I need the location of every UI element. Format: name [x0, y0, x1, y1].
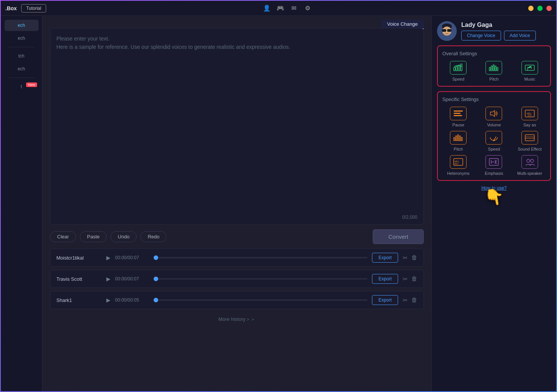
specific-settings-grid: Pause Volume	[442, 107, 546, 176]
overall-settings-grid: Speed Pitch	[442, 61, 546, 81]
svg-text:123: 123	[527, 114, 532, 117]
overall-speed-item[interactable]: Speed	[442, 61, 474, 81]
audio-name-2: Shark1	[56, 297, 102, 303]
change-voice-button[interactable]: Change Voice	[461, 31, 501, 40]
play-button-0[interactable]: ▶	[106, 255, 110, 261]
specific-speed-icon	[485, 131, 502, 145]
placeholder-line1: Please enter your text.	[56, 34, 417, 43]
overall-settings-title: Overall Settings	[442, 51, 546, 56]
specific-multispeaker-label: Multi-speaker	[517, 171, 542, 176]
convert-button[interactable]: Convert	[373, 229, 424, 244]
avatar-svg	[437, 21, 457, 41]
progress-dot-2	[154, 298, 158, 302]
sidebar-item-4[interactable]: t New	[5, 81, 39, 92]
titlebar: .Box Tutorial 👤 🎮 ✉ ⚙ — ⬜ ✕	[1, 1, 556, 16]
svg-rect-6	[454, 67, 455, 71]
overall-pitch-label: Pitch	[489, 77, 498, 81]
export-button-1[interactable]: Export	[372, 274, 398, 284]
svg-marker-21	[490, 110, 495, 117]
svg-rect-9	[461, 64, 462, 71]
sidebar-divider-1	[8, 47, 35, 47]
specific-emphasis-item[interactable]: Emphasis	[478, 155, 510, 176]
delete-icon-0[interactable]: 🗑	[411, 254, 417, 261]
undo-button[interactable]: Undo	[110, 231, 137, 242]
specific-sayas-item[interactable]: abc 123 Say as	[514, 107, 546, 127]
overall-pitch-item[interactable]: Pitch	[478, 61, 510, 81]
voice-profile: Lady Gaga Change Voice Add Voice	[437, 21, 551, 41]
audio-time-0: 00:00/00:07	[115, 255, 149, 260]
svg-rect-20	[454, 115, 462, 116]
sidebar-item-3[interactable]: ech	[5, 63, 39, 75]
avatar	[437, 21, 457, 41]
overall-music-icon	[521, 61, 538, 75]
specific-volume-item[interactable]: Volume	[478, 107, 510, 127]
audio-item-2: Shark1 ▶ 00:00/00:05 Export ✂ 🗑	[50, 291, 424, 309]
svg-rect-12	[493, 65, 494, 71]
svg-rect-11	[491, 66, 492, 71]
sidebar: ech ech tch ech t New	[1, 16, 42, 391]
specific-heteronyms-item[interactable]: abc def Heteronyms	[442, 155, 474, 176]
overall-speed-icon	[450, 61, 467, 75]
specific-speed-item[interactable]: Speed	[478, 131, 510, 151]
specific-pause-icon	[450, 107, 467, 120]
clear-button[interactable]: Clear	[50, 231, 76, 242]
svg-rect-10	[489, 67, 490, 71]
settings-icon[interactable]: ⚙	[304, 5, 311, 12]
overall-music-item[interactable]: Music	[514, 61, 546, 81]
specific-sayas-icon: abc 123	[521, 107, 538, 120]
specific-multispeaker-icon	[521, 155, 538, 169]
sidebar-item-2[interactable]: tch	[5, 50, 39, 62]
redo-button[interactable]: Redo	[140, 231, 166, 242]
close-button[interactable]: ✕	[546, 6, 552, 11]
voice-buttons: Change Voice Add Voice	[461, 31, 536, 40]
svg-rect-7	[456, 66, 457, 71]
specific-pause-item[interactable]: Pause	[442, 107, 474, 127]
action-row: Clear Paste Undo Redo Convert	[50, 229, 424, 244]
specific-soundeffect-item[interactable]: Sound Effect	[514, 131, 546, 151]
maximize-button[interactable]: ⬜	[537, 6, 543, 11]
audio-progress-1[interactable]	[154, 278, 367, 280]
mail-icon[interactable]: ✉	[290, 5, 298, 12]
trim-icon-2[interactable]: ✂	[403, 297, 408, 304]
text-editor[interactable]: Please enter your text. Here is a sample…	[50, 28, 424, 225]
specific-soundeffect-label: Sound Effect	[518, 147, 541, 151]
audio-item-0: Moistcr1tikal ▶ 00:00/00:07 Export ✂ 🗑	[50, 249, 424, 267]
svg-rect-25	[454, 137, 455, 141]
specific-multispeaker-item[interactable]: Multi-speaker	[514, 155, 546, 176]
tutorial-button[interactable]: Tutorial	[21, 4, 46, 12]
paste-button[interactable]: Paste	[80, 231, 107, 242]
more-history[interactable]: More history＞＞	[50, 314, 424, 325]
play-button-2[interactable]: ▶	[106, 297, 110, 303]
how-to-use-link[interactable]: How to use?	[437, 185, 551, 191]
specific-volume-icon	[485, 107, 502, 120]
specific-speed-label: Speed	[488, 147, 500, 151]
sidebar-label-3: ech	[18, 66, 25, 72]
play-button-1[interactable]: ▶	[106, 276, 110, 282]
specific-pitch-item[interactable]: Pitch	[442, 131, 474, 151]
specific-emphasis-label: Emphasis	[485, 171, 503, 176]
titlebar-icons: 👤 🎮 ✉ ⚙	[263, 5, 311, 12]
new-badge: New	[26, 82, 37, 87]
overall-music-label: Music	[524, 77, 535, 81]
svg-rect-14	[497, 67, 498, 71]
specific-heteronyms-icon: abc def	[450, 155, 467, 169]
trim-icon-1[interactable]: ✂	[403, 275, 408, 283]
export-button-2[interactable]: Export	[372, 295, 398, 305]
delete-icon-1[interactable]: 🗑	[411, 275, 417, 282]
minimize-button[interactable]: —	[528, 6, 534, 11]
specific-emphasis-icon	[485, 155, 502, 169]
audio-time-1: 00:00/00:07	[115, 276, 149, 282]
trim-icon-0[interactable]: ✂	[403, 254, 408, 261]
voice-info: Lady Gaga Change Voice Add Voice	[461, 22, 536, 40]
add-voice-button[interactable]: Add Voice	[504, 31, 536, 40]
audio-progress-2[interactable]	[154, 299, 367, 301]
delete-icon-2[interactable]: 🗑	[411, 297, 417, 303]
sidebar-item-0[interactable]: ech	[5, 20, 39, 31]
audio-name-0: Moistcr1tikal	[56, 255, 102, 261]
audio-progress-0[interactable]	[154, 257, 367, 258]
user-icon[interactable]: 👤	[263, 5, 271, 12]
sidebar-item-1[interactable]: ech	[5, 33, 39, 44]
controller-icon[interactable]: 🎮	[277, 5, 284, 12]
export-button-0[interactable]: Export	[372, 253, 398, 263]
specific-volume-label: Volume	[487, 123, 501, 127]
